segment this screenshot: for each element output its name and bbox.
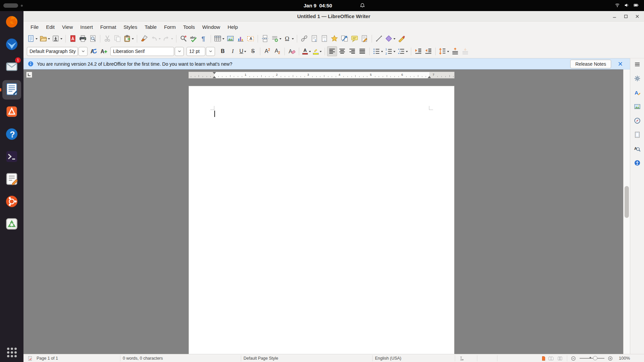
undo-dropdown-arrow[interactable]	[159, 38, 161, 41]
clear-formatting-button[interactable]: A	[287, 46, 297, 56]
special-character-button[interactable]: Ω	[282, 34, 295, 44]
style-inspector-button[interactable]: A	[632, 144, 642, 155]
decrease-indent-button[interactable]	[423, 46, 433, 56]
underline-dropdown-arrow[interactable]	[244, 51, 246, 53]
scrollbar-thumb[interactable]	[625, 186, 629, 218]
dock-item-text-editor[interactable]	[2, 170, 21, 189]
dock-item-ubuntu[interactable]	[2, 192, 21, 212]
first-line-indent-marker[interactable]	[213, 72, 216, 74]
hyperlink-button[interactable]	[299, 34, 309, 44]
insert-textbox-button[interactable]: A	[246, 34, 256, 44]
dock-item-firefox[interactable]	[2, 13, 21, 32]
menu-file[interactable]: File	[27, 21, 42, 33]
menu-form[interactable]: Form	[160, 21, 179, 33]
redo-dropdown-arrow[interactable]	[171, 38, 173, 41]
find-replace-button[interactable]	[178, 34, 189, 44]
dock-item-trash[interactable]	[2, 215, 21, 234]
view-multi-page-icon[interactable]	[548, 356, 553, 361]
update-style-button[interactable]: A	[89, 46, 99, 56]
page-deck-button[interactable]	[632, 130, 642, 140]
save-dropdown-arrow[interactable]	[60, 38, 62, 41]
font-name-combo[interactable]: Liberation Serif	[110, 47, 174, 56]
paste-button[interactable]	[122, 34, 135, 44]
insert-field-dropdown-arrow[interactable]	[279, 38, 281, 41]
highlight-button[interactable]	[312, 46, 323, 56]
insert-field-button[interactable]	[270, 34, 282, 44]
workspace-indicator[interactable]	[3, 3, 18, 8]
sidebar-settings-button[interactable]	[632, 60, 642, 70]
menu-insert[interactable]: Insert	[76, 21, 97, 33]
navigator-button[interactable]	[632, 116, 642, 126]
release-notes-button[interactable]: Release Notes	[570, 60, 611, 68]
align-left-button[interactable]	[327, 46, 337, 56]
page-count[interactable]: Page 1 of 1	[37, 354, 58, 362]
basic-shapes-button[interactable]	[384, 34, 396, 44]
outline-list-dropdown-arrow[interactable]	[406, 51, 408, 53]
titlebar[interactable]: Untitled 1 — LibreOffice Writer	[23, 11, 644, 21]
system-tray[interactable]	[615, 3, 639, 9]
numbered-list-button[interactable]: 12	[384, 46, 396, 56]
font-color-dropdown-arrow[interactable]	[309, 51, 311, 53]
italic-button[interactable]: I	[228, 46, 238, 56]
new-document-button[interactable]	[26, 34, 39, 44]
font-size-combo[interactable]: 12 pt	[186, 47, 205, 56]
open-file-button[interactable]	[39, 34, 51, 44]
menu-table[interactable]: Table	[141, 21, 160, 33]
increase-indent-button[interactable]	[413, 46, 423, 56]
horizontal-ruler[interactable]: 1234567	[189, 72, 454, 78]
document-page[interactable]	[189, 86, 454, 354]
line-spacing-dropdown-arrow[interactable]	[447, 51, 449, 53]
font-name-dropdown[interactable]	[175, 47, 184, 56]
page-break-button[interactable]	[260, 34, 270, 44]
dock-item-help[interactable]: ?	[2, 125, 21, 144]
new-style-button[interactable]: A	[99, 46, 109, 56]
zoom-slider-track[interactable]	[580, 358, 604, 359]
line-spacing-button[interactable]	[438, 46, 450, 56]
outline-list-button[interactable]	[396, 46, 409, 56]
text-language[interactable]: English (USA)	[375, 354, 401, 362]
special-character-dropdown-arrow[interactable]	[292, 38, 294, 41]
word-count[interactable]: 0 words, 0 characters	[123, 354, 163, 362]
print-preview-button[interactable]	[88, 34, 98, 44]
font-size-dropdown[interactable]	[206, 47, 215, 56]
save-button[interactable]	[51, 34, 63, 44]
menu-view[interactable]: View	[58, 21, 76, 33]
dock-item-libreoffice-writer[interactable]	[2, 80, 21, 100]
styles-deck-button[interactable]: A	[632, 88, 642, 98]
dock-item-mail[interactable]: 1	[2, 58, 21, 77]
para-space-increase-button[interactable]	[450, 46, 460, 56]
paragraph-style-dropdown[interactable]	[78, 47, 88, 56]
footnote-button[interactable]: 1	[309, 34, 319, 44]
menu-format[interactable]: Format	[97, 21, 120, 33]
menu-help[interactable]: Help	[224, 21, 241, 33]
numbered-list-dropdown-arrow[interactable]	[393, 51, 395, 53]
dock-item-terminal[interactable]	[2, 147, 21, 167]
open-file-dropdown-arrow[interactable]	[48, 38, 50, 41]
clone-formatting-button[interactable]	[139, 34, 149, 44]
cross-reference-button[interactable]	[339, 34, 350, 44]
bullet-list-dropdown-arrow[interactable]	[381, 51, 383, 53]
bold-button[interactable]: B	[218, 46, 228, 56]
underline-button[interactable]: U	[238, 46, 248, 56]
insert-table-dropdown-arrow[interactable]	[222, 38, 224, 41]
tab-stop-selector[interactable]	[26, 72, 32, 78]
formatting-marks-button[interactable]: ¶	[199, 34, 209, 44]
zoom-out-icon[interactable]	[571, 356, 576, 361]
insert-table-button[interactable]	[213, 34, 225, 44]
close-button[interactable]	[633, 12, 641, 20]
zoom-in-icon[interactable]	[608, 356, 613, 361]
superscript-button[interactable]: A2	[262, 46, 272, 56]
align-center-button[interactable]	[337, 46, 347, 56]
accessibility-check-button[interactable]	[632, 159, 642, 169]
menu-tools[interactable]: Tools	[179, 21, 199, 33]
selection-mode-icon[interactable]	[459, 356, 464, 361]
new-document-dropdown-arrow[interactable]	[36, 38, 38, 41]
bullet-list-button[interactable]	[372, 46, 384, 56]
basic-shapes-dropdown-arrow[interactable]	[393, 38, 395, 41]
properties-button[interactable]	[632, 74, 642, 84]
dock-item-app-center[interactable]	[2, 103, 21, 122]
left-indent-marker[interactable]	[213, 76, 216, 78]
bookmark-button[interactable]	[329, 34, 339, 44]
menu-window[interactable]: Window	[199, 21, 224, 33]
draw-functions-button[interactable]	[396, 34, 407, 44]
